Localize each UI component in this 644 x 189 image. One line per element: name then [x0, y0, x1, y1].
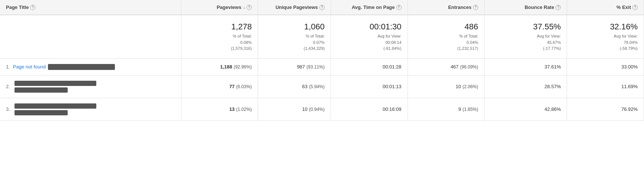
- pageviews-help-icon[interactable]: ?: [247, 5, 252, 10]
- row-number: 2.: [6, 84, 10, 89]
- redacted-bar: [15, 110, 68, 115]
- redacted-bar: [15, 103, 96, 109]
- col-header-entrances: Entrances ?: [408, 0, 484, 15]
- bounce-rate-help-icon[interactable]: ?: [556, 5, 561, 10]
- col-header-pct-exit: % Exit ?: [567, 0, 644, 15]
- col-header-avg-time: Avg. Time on Page ?: [331, 0, 408, 15]
- bounce-rate-value: 28.57%: [544, 84, 561, 89]
- entrances-main: 9: [458, 106, 461, 112]
- pageviews-main: 77: [229, 84, 235, 89]
- summary-avg-time-main: 00:01:30: [337, 22, 402, 32]
- row-pageviews-cell: 13(1.02%): [181, 98, 258, 121]
- redacted-bar: [48, 64, 115, 70]
- row-pct-exit-cell: 76.92%: [567, 98, 644, 121]
- summary-pct-exit-cell: 32.16% Avg for View: 78.04% (-58.79%): [567, 15, 644, 58]
- entrances-pct: (2.06%): [463, 84, 478, 89]
- redacted-container: [13, 103, 96, 115]
- table-row: 1.Page not found1,188(92.96%)987(93.11%)…: [0, 58, 644, 75]
- row-pageviews-cell: 77(6.03%): [181, 75, 258, 98]
- row-entrances-cell: 467(96.09%): [408, 58, 484, 75]
- bounce-rate-label: Bounce Rate: [525, 4, 554, 10]
- pageviews-pct: (92.96%): [234, 64, 252, 70]
- row-page-title-cell: 2.: [0, 75, 181, 98]
- entrances-help-icon[interactable]: ?: [473, 5, 478, 10]
- summary-pct-exit-sub: Avg for View: 78.04% (-58.79%): [573, 33, 638, 52]
- summary-avg-time-sub: Avg for View: 00:08:14 (-81.84%): [337, 33, 402, 52]
- summary-unique-main: 1,060: [264, 22, 325, 32]
- entrances-label: Entrances: [448, 4, 471, 10]
- col-header-page-title: Page Title ?: [0, 0, 181, 15]
- row-bounce-rate-cell: 37.61%: [484, 58, 567, 75]
- page-title-link[interactable]: Page not found: [13, 64, 46, 70]
- row-entrances-cell: 9(1.85%): [408, 98, 484, 121]
- summary-pageviews-main: 1,278: [187, 22, 252, 32]
- sort-down-icon[interactable]: ↓: [243, 5, 245, 10]
- row-pct-exit-cell: 33.00%: [567, 58, 644, 75]
- unique-main: 63: [302, 84, 307, 89]
- entrances-pct: (1.85%): [463, 107, 478, 112]
- summary-entrances-sub: % of Total: 0.04% (1,232,517): [414, 33, 479, 52]
- unique-main: 987: [297, 64, 305, 70]
- unique-pageviews-label: Unique Pageviews: [276, 4, 318, 10]
- row-bounce-rate-cell: 28.57%: [484, 75, 567, 98]
- table-row: 3.13(1.02%)10(0.94%)00:16:099(1.85%)42.8…: [0, 98, 644, 121]
- entrances-pct: (96.09%): [460, 64, 478, 70]
- summary-entrances-cell: 486 % of Total: 0.04% (1,232,517): [408, 15, 484, 58]
- redacted-bar: [15, 87, 68, 93]
- redacted-container: [13, 81, 96, 93]
- unique-pageviews-help-icon[interactable]: ?: [319, 5, 325, 10]
- summary-pct-exit-main: 32.16%: [573, 22, 638, 32]
- summary-bounce-rate-sub: Avg for View: 45.67% (-17.77%): [490, 33, 561, 52]
- page-title-label: Page Title: [6, 4, 29, 10]
- entrances-main: 467: [451, 64, 459, 70]
- avg-time-value: 00:16:09: [383, 106, 402, 112]
- summary-bounce-rate-main: 37.55%: [490, 22, 561, 32]
- row-unique-pageviews-cell: 10(0.94%): [258, 98, 331, 121]
- pct-exit-value: 76.92%: [621, 106, 638, 112]
- page-title-help-icon[interactable]: ?: [30, 5, 35, 10]
- row-page-title-cell: 3.: [0, 98, 181, 121]
- pct-exit-value: 11.69%: [621, 84, 638, 89]
- unique-main: 10: [302, 106, 307, 112]
- summary-pageviews-cell: 1,278 % of Total: 0.08% (1,579,316): [181, 15, 258, 58]
- pct-exit-value: 33.00%: [621, 64, 638, 70]
- avg-time-value: 00:01:13: [383, 84, 402, 89]
- avg-time-value: 00:01:28: [383, 64, 402, 70]
- row-number: 1.: [6, 64, 10, 70]
- pageviews-pct: (6.03%): [236, 84, 252, 89]
- pageviews-main: 13: [229, 106, 235, 112]
- unique-pct: (0.94%): [309, 107, 325, 112]
- row-pageviews-cell: 1,188(92.96%): [181, 58, 258, 75]
- row-bounce-rate-cell: 42.86%: [484, 98, 567, 121]
- unique-pct: (5.94%): [309, 84, 325, 89]
- avg-time-help-icon[interactable]: ?: [396, 5, 402, 10]
- pageviews-pct: (1.02%): [236, 107, 252, 112]
- summary-unique-pageviews-cell: 1,060 % of Total: 0.07% (1,434,329): [258, 15, 331, 58]
- summary-row: 1,278 % of Total: 0.08% (1,579,316) 1,06…: [0, 15, 644, 58]
- col-header-bounce-rate: Bounce Rate ?: [484, 0, 567, 15]
- row-unique-pageviews-cell: 987(93.11%): [258, 58, 331, 75]
- bounce-rate-value: 37.61%: [544, 64, 561, 70]
- unique-pct: (93.11%): [306, 64, 325, 70]
- pct-exit-help-icon[interactable]: ?: [632, 5, 638, 10]
- col-header-unique-pageviews: Unique Pageviews ?: [258, 0, 331, 15]
- summary-page-title-cell: [0, 15, 181, 58]
- row-entrances-cell: 10(2.06%): [408, 75, 484, 98]
- bounce-rate-value: 42.86%: [544, 106, 561, 112]
- row-unique-pageviews-cell: 63(5.94%): [258, 75, 331, 98]
- summary-entrances-main: 486: [414, 22, 479, 32]
- row-avg-time-cell: 00:01:28: [331, 58, 408, 75]
- pageviews-label: Pageviews: [217, 4, 242, 10]
- row-number: 3.: [6, 106, 10, 112]
- avg-time-label: Avg. Time on Page: [352, 4, 395, 10]
- pageviews-main: 1,188: [220, 64, 232, 70]
- summary-unique-sub: % of Total: 0.07% (1,434,329): [264, 33, 325, 52]
- col-header-pageviews: Pageviews ↓ ?: [181, 0, 258, 15]
- row-avg-time-cell: 00:16:09: [331, 98, 408, 121]
- redacted-bar: [15, 81, 96, 86]
- row-avg-time-cell: 00:01:13: [331, 75, 408, 98]
- summary-bounce-rate-cell: 37.55% Avg for View: 45.67% (-17.77%): [484, 15, 567, 58]
- row-pct-exit-cell: 11.69%: [567, 75, 644, 98]
- entrances-main: 10: [456, 84, 461, 89]
- summary-avg-time-cell: 00:01:30 Avg for View: 00:08:14 (-81.84%…: [331, 15, 408, 58]
